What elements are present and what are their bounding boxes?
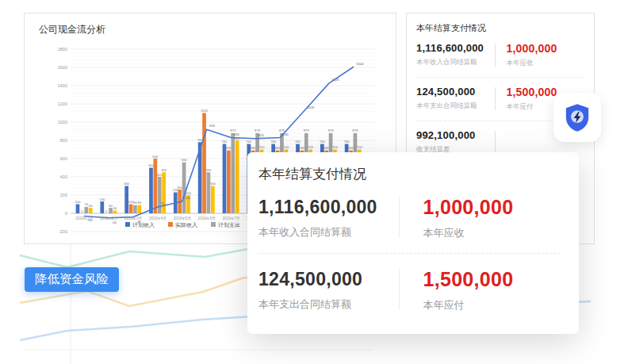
popup-payable-value: 1,500,000 (423, 268, 564, 291)
svg-text:-200: -200 (59, 229, 67, 234)
svg-text:500: 500 (148, 163, 155, 167)
reduce-risk-badge[interactable]: 降低资金风险 (25, 267, 119, 292)
svg-text:700: 700 (357, 145, 363, 149)
expense-settled-label: 本年支出合同结算额 (416, 102, 495, 111)
svg-text:700: 700 (283, 145, 289, 149)
panel-row-income: 1,116,600,000 本年收入合同结算额 1,000,000 本年应收 (407, 36, 594, 75)
dashed-divider (416, 77, 584, 78)
svg-text:300: 300 (210, 182, 216, 186)
column-divider (495, 131, 496, 153)
popup-title: 本年结算支付情况 (258, 165, 563, 183)
svg-text:400: 400 (157, 173, 163, 177)
svg-text:450: 450 (205, 168, 212, 172)
balance-value: 992,100,000 (416, 129, 495, 141)
svg-text:90: 90 (137, 201, 141, 205)
svg-text:1100: 1100 (201, 109, 209, 113)
popup-income-settled-label: 本年收入合同结算额 (258, 225, 399, 239)
svg-text:200: 200 (186, 191, 192, 195)
svg-text:600: 600 (152, 155, 159, 159)
svg-text:690: 690 (348, 146, 354, 150)
svg-text:820: 820 (258, 133, 265, 137)
svg-text:100: 100 (75, 200, 81, 204)
shield-widget[interactable] (553, 93, 601, 142)
svg-text:690: 690 (251, 146, 257, 150)
svg-text:560: 560 (182, 158, 188, 162)
income-settled-value: 1,116,600,000 (416, 42, 495, 54)
svg-text:879: 879 (328, 128, 335, 132)
svg-text:800: 800 (60, 138, 67, 143)
svg-text:实际收入: 实际收入 (175, 222, 197, 228)
svg-text:760: 760 (320, 140, 326, 144)
svg-text:920: 920 (209, 124, 216, 128)
svg-text:879: 879 (304, 128, 310, 132)
svg-text:760: 760 (270, 140, 277, 144)
svg-text:计划收入: 计划收入 (132, 222, 155, 228)
svg-text:计划支出: 计划支出 (218, 222, 240, 228)
receivable-value: 1,000,000 (507, 42, 585, 55)
settlement-popup-card: 本年结算支付情况 1,116,600,000 本年收入合同结算额 1,000,0… (247, 152, 579, 334)
svg-text:70: 70 (160, 201, 164, 205)
svg-text:400: 400 (60, 174, 67, 179)
popup-row-expense: 124,500,000 本年支出合同结算额 1,500,000 本年应付 (258, 266, 563, 312)
popup-expense-settled-value: 124,500,000 (258, 269, 399, 290)
svg-text:1604: 1604 (356, 62, 364, 66)
svg-text:0: 0 (65, 211, 67, 216)
svg-text:879: 879 (255, 128, 261, 132)
svg-text:450: 450 (161, 168, 167, 172)
popup-receivable-value: 1,000,000 (423, 196, 564, 219)
svg-text:700: 700 (308, 145, 314, 149)
svg-text:760: 760 (344, 140, 350, 144)
svg-text:830: 830 (283, 132, 289, 136)
svg-text:30: 30 (113, 206, 117, 210)
svg-text:1400: 1400 (58, 83, 67, 88)
svg-text:1200: 1200 (58, 102, 67, 106)
svg-text:1000: 1000 (58, 120, 67, 125)
svg-text:760: 760 (221, 140, 228, 144)
expense-settled-value: 124,500,000 (416, 86, 495, 98)
svg-text:700: 700 (259, 145, 266, 149)
svg-text:700: 700 (332, 145, 339, 149)
svg-text:-50: -50 (112, 220, 117, 224)
svg-text:690: 690 (275, 146, 281, 150)
svg-text:600: 600 (60, 156, 67, 161)
svg-text:130: 130 (185, 196, 191, 200)
receivable-label: 本年应收 (507, 59, 585, 68)
income-settled-label: 本年收入合同结算额 (416, 58, 495, 67)
popup-expense-settled-label: 本年支出合同结算额 (258, 297, 399, 312)
shield-lightning-icon (564, 103, 591, 132)
chart-title: 公司现金流分析 (39, 23, 105, 36)
svg-text:690: 690 (324, 146, 330, 150)
panel-title: 本年结算支付情况 (407, 13, 594, 36)
popup-income-settled-value: 1,116,600,000 (258, 197, 399, 218)
svg-text:260: 260 (177, 186, 183, 190)
svg-text:690: 690 (299, 146, 305, 150)
popup-payable-label: 本年应付 (423, 298, 564, 312)
svg-text:300: 300 (124, 182, 130, 186)
svg-text:879: 879 (352, 128, 358, 132)
svg-text:1800: 1800 (58, 47, 67, 52)
svg-text:830: 830 (234, 132, 240, 136)
popup-dashed-divider (258, 253, 560, 254)
svg-text:760: 760 (246, 140, 252, 144)
svg-text:760: 760 (295, 140, 301, 144)
svg-text:1126: 1126 (307, 105, 315, 109)
popup-receivable-label: 本年应收 (423, 226, 564, 240)
svg-text:200: 200 (60, 193, 67, 197)
svg-text:1425: 1425 (331, 78, 339, 82)
popup-row-income: 1,116,600,000 本年收入合同结算额 1,000,000 本年应收 (258, 194, 563, 240)
svg-text:1600: 1600 (58, 65, 67, 70)
svg-text:690: 690 (226, 146, 232, 150)
svg-text:130: 130 (99, 197, 105, 201)
svg-text:60: 60 (89, 204, 93, 208)
